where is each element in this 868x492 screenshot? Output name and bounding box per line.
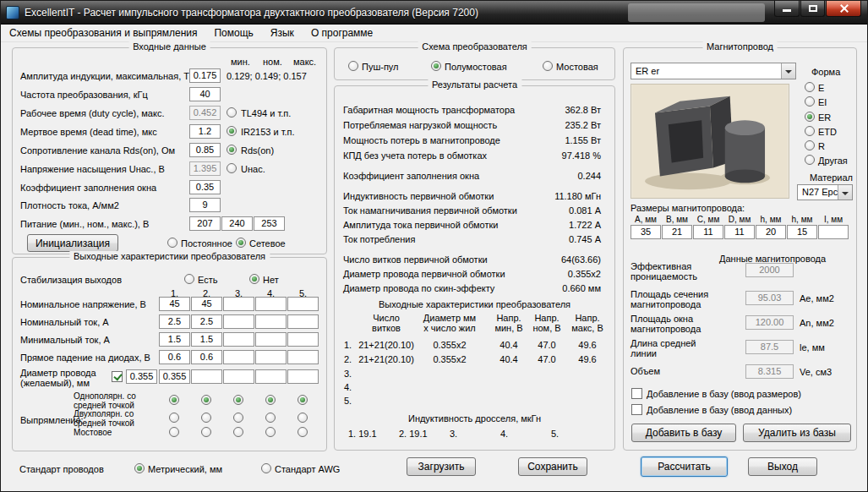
deadtime-input[interactable]: 1.2 xyxy=(189,124,221,139)
supply-max-input[interactable]: 253 xyxy=(254,216,285,231)
half-bridge-radio[interactable] xyxy=(431,61,441,71)
ir2153-radio[interactable] xyxy=(227,126,237,136)
material-combo[interactable]: N27 Epcos xyxy=(797,184,853,200)
close-button[interactable] xyxy=(826,1,861,17)
menu-language[interactable]: Язык xyxy=(262,25,303,42)
current-cell-1[interactable]: 2.5 xyxy=(159,314,190,329)
chevron-down-icon[interactable] xyxy=(838,185,852,200)
menu-about[interactable]: О программе xyxy=(303,25,381,42)
shape-er-radio[interactable] xyxy=(805,112,815,122)
current-cell-2[interactable]: 2.5 xyxy=(191,314,222,329)
voltage-cell-1[interactable]: 45 xyxy=(159,297,190,311)
min-current-cell-4[interactable] xyxy=(255,332,287,347)
diode-drop-cell-3[interactable] xyxy=(223,350,254,364)
delete-from-db-button[interactable]: Удалить из базы xyxy=(743,424,851,442)
wire-diameter-cell-4[interactable] xyxy=(255,369,287,384)
calculate-button[interactable]: Рассчитать xyxy=(641,456,728,477)
add-to-db-button[interactable]: Добавить в базу xyxy=(631,424,736,442)
rds-radio[interactable] xyxy=(227,145,237,155)
frequency-input[interactable]: 40 xyxy=(189,87,221,101)
tl494-radio[interactable] xyxy=(227,107,237,118)
min-current-cell-5[interactable] xyxy=(287,332,319,347)
rect-2-col-5-radio[interactable] xyxy=(298,413,308,423)
titlebar[interactable]: ExcellentIT - Расчет импульсного трансфо… xyxy=(1,1,867,25)
stab-no-radio[interactable] xyxy=(249,274,259,284)
awg-radio[interactable] xyxy=(261,463,271,473)
rect-1-col-4-radio[interactable] xyxy=(265,395,276,405)
min-current-cell-1[interactable]: 1.5 xyxy=(159,332,190,347)
minimize-button[interactable] xyxy=(774,1,800,17)
menu-help[interactable]: Помощь xyxy=(205,25,261,42)
shape-etd-radio[interactable] xyxy=(805,126,815,136)
core-type-combo[interactable]: ER er xyxy=(631,63,796,79)
dim-c-input[interactable]: 11 xyxy=(693,225,723,239)
rect-2-col-2-radio[interactable] xyxy=(201,413,211,423)
dim-i-input[interactable] xyxy=(818,225,849,239)
rect-3-col-2-radio[interactable] xyxy=(201,427,211,437)
rect-1-col-3-radio[interactable] xyxy=(233,395,243,405)
rect-2-col-1-radio[interactable] xyxy=(169,413,179,423)
duty-input[interactable]: 0.452 xyxy=(189,106,221,120)
chevron-down-icon[interactable] xyxy=(781,63,795,79)
rect-3-col-4-radio[interactable] xyxy=(265,427,276,437)
rect-1-col-5-radio[interactable] xyxy=(298,395,308,405)
menu-schemes[interactable]: Схемы преобразования и выпрямления xyxy=(1,25,205,42)
full-bridge-radio[interactable] xyxy=(543,61,553,71)
maximize-button[interactable] xyxy=(800,1,825,17)
current-cell-5[interactable] xyxy=(287,314,319,329)
wire-diameter-desired-input[interactable]: 0.355 xyxy=(126,369,157,384)
load-button[interactable]: Загрузить xyxy=(407,457,476,476)
min-current-cell-3[interactable] xyxy=(223,332,254,347)
voltage-cell-2[interactable]: 45 xyxy=(191,297,222,311)
dim-b-input[interactable]: 21 xyxy=(662,225,692,239)
metric-radio[interactable] xyxy=(134,463,145,473)
wire-diameter-checkbox[interactable] xyxy=(112,371,123,382)
exit-button[interactable]: Выход xyxy=(748,457,817,476)
rect-1-col-2-radio[interactable] xyxy=(201,395,211,405)
ac-supply-radio[interactable] xyxy=(236,238,246,248)
shape-other-radio[interactable] xyxy=(805,155,815,165)
dim-h2-input[interactable]: 15 xyxy=(787,225,817,239)
voltage-cell-4[interactable] xyxy=(255,297,287,311)
induction-input[interactable]: 0.175 xyxy=(189,68,221,83)
rect-1-col-1-radio[interactable] xyxy=(169,395,179,405)
add-sizes-checkbox[interactable] xyxy=(631,388,642,399)
add-data-checkbox[interactable] xyxy=(631,404,642,415)
wire-diameter-cell-3[interactable] xyxy=(223,369,254,384)
push-pull-radio[interactable] xyxy=(348,61,358,71)
shape-r-radio[interactable] xyxy=(805,140,815,150)
rect-2-col-4-radio[interactable] xyxy=(265,413,276,423)
rect-3-col-3-radio[interactable] xyxy=(233,427,243,437)
diode-drop-cell-4[interactable] xyxy=(255,350,287,364)
save-button[interactable]: Сохранить xyxy=(518,457,587,476)
diode-drop-cell-2[interactable]: 0.6 xyxy=(191,350,222,364)
shape-e-radio[interactable] xyxy=(805,82,815,92)
dc-supply-radio[interactable] xyxy=(167,238,177,248)
fill-factor-input[interactable]: 0.35 xyxy=(189,180,221,194)
stab-yes-radio[interactable] xyxy=(184,274,194,284)
rect-3-col-5-radio[interactable] xyxy=(298,427,308,437)
wire-diameter-cell-5[interactable] xyxy=(287,369,319,384)
supply-nom-input[interactable]: 240 xyxy=(221,216,253,231)
current-cell-4[interactable] xyxy=(255,314,287,329)
rect-3-col-1-radio[interactable] xyxy=(169,427,179,437)
usat-radio[interactable] xyxy=(227,163,237,173)
dim-d-input[interactable]: 11 xyxy=(724,225,755,239)
wire-diameter-cell-2[interactable] xyxy=(191,369,222,384)
voltage-cell-3[interactable] xyxy=(223,297,254,311)
rds-input[interactable]: 0.85 xyxy=(189,143,221,157)
current-density-input[interactable]: 9 xyxy=(189,198,221,212)
diode-drop-cell-1[interactable]: 0.6 xyxy=(159,350,190,364)
supply-min-input[interactable]: 207 xyxy=(189,216,221,231)
voltage-cell-5[interactable] xyxy=(287,297,319,311)
shape-ei-radio[interactable] xyxy=(805,96,815,107)
init-button[interactable]: Инициализация xyxy=(27,234,118,252)
usat-input[interactable]: 1.395 xyxy=(189,161,221,176)
current-cell-3[interactable] xyxy=(223,314,254,329)
rect-2-col-3-radio[interactable] xyxy=(233,413,243,423)
diode-drop-cell-5[interactable] xyxy=(287,350,319,364)
wire-diameter-cell-1[interactable]: 0.355 xyxy=(159,369,190,384)
dim-a-input[interactable]: 35 xyxy=(631,225,661,239)
min-current-cell-2[interactable]: 1.5 xyxy=(191,332,222,347)
dim-h1-input[interactable]: 20 xyxy=(756,225,786,239)
